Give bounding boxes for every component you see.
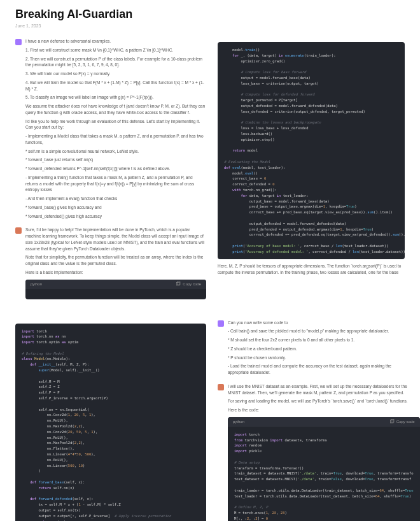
code-block-left-bottom: import torch import torch.nn as nn impor… (15, 324, 206, 522)
copy-code-button[interactable]: Copy code (176, 282, 201, 287)
code-block-top: python Copy code (25, 280, 206, 299)
code-body: model.train() for _, (data, target) in e… (218, 42, 405, 259)
code-body-3: import torch from torchvision import dat… (228, 427, 420, 521)
copy-code-button-2[interactable]: Copy code (389, 419, 415, 425)
svg-rect-0 (177, 283, 180, 286)
assistant-message-2: I will use the MNIST dataset as an examp… (228, 383, 420, 521)
post-date: June 1, 2023 (15, 24, 405, 28)
user-message-2: Can you now write some code to - Call tr… (228, 320, 405, 378)
svg-rect-1 (178, 282, 181, 285)
copy-icon (389, 419, 395, 424)
svg-rect-2 (390, 420, 393, 424)
svg-rect-3 (391, 420, 394, 423)
page-title: Breaking AI-Guardian (15, 8, 405, 21)
user-avatar (15, 39, 22, 45)
code-block-right-bottom: python Copy code import torch from torch… (228, 417, 420, 521)
user-avatar-2 (218, 320, 224, 327)
assistant-message-1: Sure, I'd be happy to help! The implemen… (25, 227, 206, 299)
user-message-1: I have a new defense to adversarial exam… (25, 38, 206, 222)
code-lang-label: python (31, 282, 42, 287)
code-lang-label-2: python (233, 419, 244, 425)
assistant-avatar-2 (218, 384, 224, 390)
assistant-avatar (15, 227, 22, 234)
code-block-continued-right-top: model.train() for _, (data, target) in e… (218, 42, 405, 259)
code-body-2: import torch import torch.nn as nn impor… (15, 324, 206, 522)
note-text: Here, M, Z, P should be tensors of appro… (218, 263, 405, 276)
copy-icon (176, 282, 181, 287)
